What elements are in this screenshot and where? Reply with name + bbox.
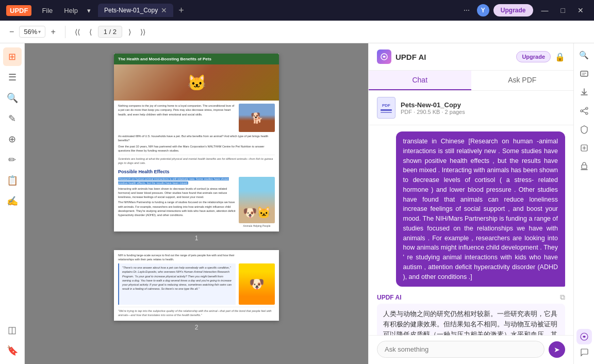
user-avatar[interactable]: Y [477,4,489,16]
sidebar-icon-bookmark[interactable]: 🔖 [3,341,22,360]
ai-upgrade-button[interactable]: Upgrade [516,51,551,62]
titlebar-right: ⋯ Y Upgrade — □ ✕ [460,4,588,16]
sidebar-icon-thumbnails[interactable]: ⊞ [3,47,22,66]
main-content: ⊞ ☰ 🔍 ✎ ⊕ ✏ 📋 ✍ ◫ 🔖 The Health and Mood-… [0,43,594,364]
page1-cat-image: 🐱 [114,64,279,101]
page2-body1: NIH is funding large-scale surveys to fi… [118,253,236,262]
sidebar-icon-search[interactable]: 🔍 [3,89,22,107]
right-icon-ocr[interactable] [576,66,592,81]
sidebar-icon-stamps[interactable]: ⊕ [3,130,22,148]
page-prev-button[interactable]: ⟨ [86,26,95,38]
toolbar-separator [65,26,65,38]
right-icon-stamp[interactable] [576,159,592,174]
tab-chat[interactable]: Chat [369,71,471,90]
page2-quote: "There's no one answer about how a pet c… [118,263,236,305]
pdf-page-1: The Health and Mood-Boosting Benefits of… [114,54,279,242]
ai-response-label: UPDF AI [377,294,402,301]
right-sidebar: 🔍 [573,43,594,364]
file-meta: PDF · 290.5 KB · 2 pages [401,109,465,115]
file-type-icon: PDF [377,97,395,119]
chat-input[interactable] [377,341,544,358]
highlight-research: Research on human-animal interactions is… [118,177,229,185]
svg-rect-10 [582,165,587,169]
tab-label: Pets-New-01_Copy [104,7,158,14]
page1-section3: Over the past 10 years, NIH has partnere… [118,144,275,153]
user-message: translate in Chinese [Research on human … [396,131,566,287]
ai-header-icons: Upgrade 🔒 [516,51,565,62]
svg-point-4 [586,107,588,109]
right-icon-share[interactable] [576,103,592,119]
page1-label: 1 [114,235,279,242]
ai-response: UPDF AI ⧉ 人类与动物之间的研究仍然相对较新。一些研究表明，它具有积极的… [377,293,565,335]
menu-bar: File Help ▾ [37,5,94,16]
right-icon-comment[interactable] [576,344,592,360]
page1-intro-text: Nothing compares to the joy of coming ho… [118,104,236,132]
page2-caption2: "We're trying to tap into the subjective… [118,307,275,318]
file-info: PDF Pets-New-01_Copy PDF · 290.5 KB · 2 … [369,91,573,125]
sidebar-icon-annotations[interactable]: ✎ [3,109,22,128]
page-next-button[interactable]: ⟩ [125,26,134,38]
ai-logo [377,49,391,64]
right-icon-protect[interactable] [576,122,592,137]
upgrade-button[interactable]: Upgrade [493,4,533,16]
ai-lock-icon[interactable]: 🔒 [555,52,565,62]
ai-tabs: Chat Ask PDF [369,71,573,91]
page1-body2: Interacting with animals has been shown … [118,187,236,200]
zoom-controls: − 56% ▾ + [6,25,59,39]
page1-animals-image: 🐶🐱 [239,177,275,223]
sidebar-icon-layers[interactable]: ◫ [3,321,22,339]
sidebar-icon-forms[interactable]: 📋 [3,171,22,190]
right-icon-compress[interactable] [576,140,592,156]
menu-help[interactable]: Help [59,5,83,16]
right-icon-export[interactable] [576,85,592,100]
right-icon-ai[interactable] [576,329,592,344]
tab-ask-pdf[interactable]: Ask PDF [471,71,574,90]
sidebar-icon-sign[interactable]: ✍ [3,192,22,210]
page1-pet-image: 🐕 [239,104,275,132]
page-info: 1 / 2 [98,26,122,38]
page2-label: 2 [114,324,279,331]
send-button[interactable]: ➤ [549,341,565,358]
ai-copy-icon[interactable]: ⧉ [560,293,565,302]
toolbar: − 56% ▾ + ⟨⟨ ⟨ 1 / 2 ⟩ ⟩⟩ [0,21,594,43]
zoom-in-button[interactable]: + [47,25,58,39]
ai-response-text: 人类与动物之间的研究仍然相对较新。一些研究表明，它具有积极的健康效果。但结果知名… [377,304,565,335]
menu-file[interactable]: File [37,5,58,16]
svg-point-6 [586,112,588,114]
tab-pets[interactable]: Pets-New-01_Copy ✕ [98,4,173,17]
svg-rect-1 [581,71,588,76]
page-first-button[interactable]: ⟨⟨ [72,26,83,38]
page2-pet-image: 🐶 [239,263,275,305]
svg-line-8 [583,111,586,113]
menu-dropdown-arrow[interactable]: ▾ [84,5,94,16]
titlebar: UPDF File Help ▾ Pets-New-01_Copy ✕ + ⋯ … [0,0,594,21]
zoom-out-button[interactable]: − [6,25,17,39]
minimize-button[interactable]: — [537,4,553,16]
sidebar-icon-bookmarks[interactable]: ☰ [3,68,22,87]
tab-area: Pets-New-01_Copy ✕ + [98,4,460,17]
ai-header: UPDF AI Upgrade 🔒 [369,43,573,71]
new-tab-button[interactable]: + [175,5,187,16]
pdf-viewer[interactable]: The Health and Mood-Boosting Benefits of… [25,43,368,364]
sidebar-icon-edit[interactable]: ✏ [3,151,22,169]
maximize-button[interactable]: □ [557,4,569,16]
page1-caption: Scientists are looking at what the poten… [118,155,275,166]
file-details: Pets-New-01_Copy PDF · 290.5 KB · 2 page… [401,101,465,115]
page1-body1: Research on human-animal interactions is… [118,177,236,186]
chat-messages[interactable]: translate in Chinese [Research on human … [369,125,573,335]
svg-point-5 [581,110,583,112]
page1-title: The Health and Mood-Boosting Benefits of… [114,54,279,64]
right-icon-search[interactable]: 🔍 [576,47,592,63]
sidebar-bottom: ◫ 🔖 [3,321,22,360]
zoom-value[interactable]: 56% ▾ [19,26,45,38]
page1-animals-caption: Animals Helping People [239,224,275,228]
left-sidebar: ⊞ ☰ 🔍 ✎ ⊕ ✏ 📋 ✍ ◫ 🔖 [0,43,25,364]
user-message-wrapper: translate in Chinese [Research on human … [377,131,565,287]
ai-panel: UPDF AI Upgrade 🔒 Chat Ask PDF PDF Pets-… [368,43,573,364]
chat-input-area: ➤ [369,335,573,364]
page-last-button[interactable]: ⟩⟩ [137,26,148,38]
close-button[interactable]: ✕ [573,4,588,16]
page1-section-heading: Possible Health Effects [118,169,275,176]
nav-more-button[interactable]: ⋯ [460,5,473,15]
tab-close-icon[interactable]: ✕ [161,6,167,14]
